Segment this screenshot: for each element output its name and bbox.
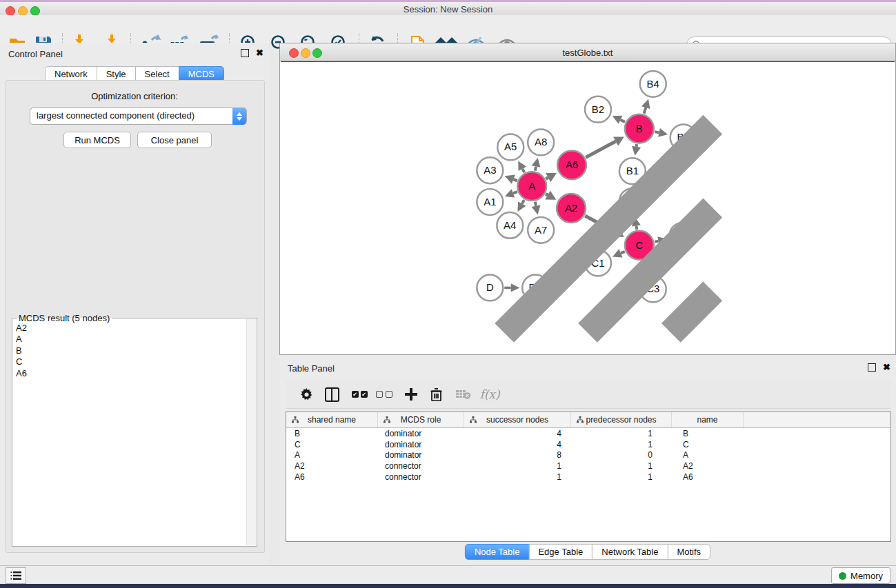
table-header-row: shared name MCDS role successor nodes pr… <box>286 412 890 428</box>
mcds-result-box: MCDS result (5 nodes) A2ABCA6 <box>12 318 257 547</box>
table-body: Bdominator41BCdominator41CAdominator80AA… <box>286 428 890 482</box>
control-panel: Control Panel ✖ Network Style Select MCD… <box>0 43 269 565</box>
table-cell: connector <box>378 461 464 471</box>
function-icon: f(x) <box>479 385 500 404</box>
columns-icon[interactable] <box>321 385 342 404</box>
window-title: Session: New Session <box>0 4 896 14</box>
close-panel-icon[interactable]: ✖ <box>256 50 263 57</box>
column-header-successor-nodes[interactable]: successor nodes <box>464 412 571 427</box>
table-cell: B <box>672 429 744 438</box>
table-cell: 0 <box>571 450 672 460</box>
criterion-value: largest connected component (directed) <box>37 110 195 121</box>
gear-icon[interactable] <box>296 385 317 404</box>
table-cell: dominator <box>378 450 464 460</box>
list-icon <box>10 571 21 580</box>
table-cell: 8 <box>464 450 571 460</box>
table-cell: A2 <box>672 461 744 471</box>
select-all-icon[interactable]: ✔✔ <box>349 385 370 404</box>
add-icon[interactable] <box>401 385 421 404</box>
desktop-edge <box>0 584 896 588</box>
column-header-name[interactable]: name <box>672 412 744 427</box>
mcds-result-item[interactable]: A2 <box>16 323 244 334</box>
dropdown-stepper-icon <box>232 108 246 125</box>
table-cell: 1 <box>571 429 672 438</box>
deselect-all-icon[interactable] <box>374 385 395 404</box>
tab-network-table[interactable]: Network Table <box>592 544 668 560</box>
table-row[interactable]: Bdominator41B <box>286 428 890 439</box>
table-row[interactable]: A6connector11A6 <box>286 472 890 483</box>
mcds-result-item[interactable]: A <box>16 334 244 345</box>
table-cell: A <box>672 450 744 460</box>
table-cell: dominator <box>378 440 464 449</box>
mcds-result-list: A2ABCA6 <box>16 323 244 379</box>
table-cell: 1 <box>571 440 672 449</box>
table-cell: 4 <box>464 440 571 449</box>
table-cell: 4 <box>464 429 571 438</box>
column-header-mcds-role[interactable]: MCDS role <box>378 412 464 427</box>
table-cell: A6 <box>672 472 744 482</box>
attribute-type-icon <box>470 416 477 423</box>
tab-motifs[interactable]: Motifs <box>667 544 710 560</box>
result-scrollbar[interactable] <box>246 319 256 545</box>
table-cell: B <box>286 429 378 438</box>
mcds-result-item[interactable]: B <box>16 345 244 356</box>
criterion-dropdown[interactable]: largest connected component (directed) <box>30 108 247 125</box>
app-window: Session: New Session <box>0 0 896 588</box>
table-cell: C <box>672 440 744 449</box>
table-cell: A2 <box>286 461 378 471</box>
table-row[interactable]: Adominator80A <box>286 449 890 460</box>
close-panel-button[interactable]: Close panel <box>137 132 212 148</box>
mcds-result-item[interactable]: A6 <box>16 368 244 379</box>
column-header-shared-name[interactable]: shared name <box>286 412 378 427</box>
table-cell: C <box>286 440 378 449</box>
tab-edge-table[interactable]: Edge Table <box>528 544 593 560</box>
resize-grip-icon[interactable] <box>281 62 895 354</box>
table-cell: dominator <box>378 429 464 438</box>
float-table-panel-icon[interactable] <box>868 363 876 372</box>
network-view-window: testGlobe.txt AA1A2A3A4A5A6A7A8BB1B2B3B4… <box>279 43 896 355</box>
main-toolbar <box>0 15 896 43</box>
table-cell: A <box>286 450 378 460</box>
table-cell: 1 <box>571 472 672 482</box>
close-table-panel-icon[interactable]: ✖ <box>883 364 890 371</box>
optimization-criterion-label: Optimization criterion: <box>0 91 269 101</box>
attribute-type-icon <box>292 416 299 423</box>
column-header-predecessor-nodes[interactable]: predecessor nodes <box>571 412 672 427</box>
network-titlebar[interactable]: testGlobe.txt <box>280 43 895 61</box>
memory-button[interactable]: Memory <box>831 567 890 584</box>
float-panel-icon[interactable] <box>241 49 249 57</box>
titlebar: Session: New Session <box>0 2 896 16</box>
control-panel-title: Control Panel <box>8 49 63 59</box>
tab-node-table[interactable]: Node Table <box>465 544 530 560</box>
attribute-type-icon <box>577 416 584 423</box>
table-cell: A6 <box>286 472 378 482</box>
attribute-type-icon <box>384 416 390 423</box>
network-title: testGlobe.txt <box>280 48 895 58</box>
network-canvas[interactable]: AA1A2A3A4A5A6A7A8BB1B2B3B4CC1C2C3C4DD1 <box>281 61 895 354</box>
table-panel: Table Panel ✖ ✔✔ f(x) <box>279 357 896 565</box>
memory-label: Memory <box>850 571 883 581</box>
delete-icon[interactable] <box>426 385 446 404</box>
table-panel-title: Table Panel <box>288 363 335 374</box>
table-cell: 1 <box>571 461 672 471</box>
task-history-button[interactable] <box>6 567 26 584</box>
mcds-result-item[interactable]: C <box>16 356 244 367</box>
mcds-result-title: MCDS result (5 nodes) <box>17 313 112 323</box>
table-cell: 1 <box>464 461 571 471</box>
node-table: shared name MCDS role successor nodes pr… <box>286 412 891 542</box>
run-mcds-button[interactable]: Run MCDS <box>63 132 131 148</box>
table-cell: 1 <box>464 472 571 482</box>
table-toolbar: ✔✔ f(x) <box>286 381 891 409</box>
status-bar: Memory <box>0 565 896 584</box>
delete-table-icon <box>453 385 474 404</box>
table-row[interactable]: Cdominator41C <box>286 439 890 450</box>
table-cell: connector <box>378 472 464 482</box>
table-row[interactable]: A2connector11A2 <box>286 460 890 472</box>
memory-status-icon <box>839 572 846 580</box>
table-tabs: Node Table Edge Table Network Table Moti… <box>465 544 710 560</box>
